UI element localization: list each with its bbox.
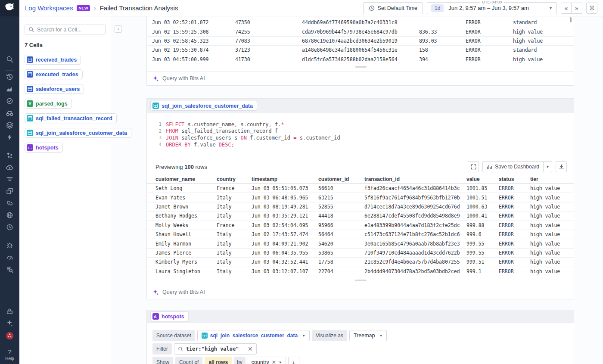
save-options-caret[interactable]: ▼	[544, 161, 552, 172]
dashboard-chart-icon	[487, 164, 492, 170]
gauge-icon[interactable]	[6, 253, 14, 261]
cell-pill-hotspots[interactable]: hotspots	[25, 143, 63, 152]
sparkle-icon[interactable]	[6, 319, 14, 327]
cell-pill-parsed_logs[interactable]: parsed_logs	[25, 99, 72, 109]
bolt-icon[interactable]	[6, 133, 14, 141]
table-cell: high value	[513, 38, 575, 44]
service-map-icon[interactable]	[6, 151, 14, 159]
database-icon[interactable]	[6, 211, 14, 219]
remove-group-by-icon[interactable]: ✕	[272, 359, 276, 364]
table-cell: 2b4ddd9407304d78a32bd5a03bdb2ced	[364, 268, 466, 274]
table-cell: 56464	[318, 231, 364, 237]
column-header-customer_name[interactable]: customer_name	[155, 176, 217, 182]
filter-input[interactable]: tier:"high value" ✕	[174, 343, 257, 355]
ci-circle-icon[interactable]	[6, 223, 14, 231]
table-cell: Shaun Howell	[155, 231, 217, 237]
column-header-customer_id[interactable]: customer_id	[318, 176, 364, 182]
cell-pill-executed_trades[interactable]: executed_trades	[25, 69, 83, 79]
metrics-icon[interactable]	[6, 85, 14, 93]
watchdog-icon[interactable]	[6, 97, 14, 105]
link-icon[interactable]	[6, 199, 14, 207]
bits-ai-strip[interactable]: Query with Bits AI	[147, 285, 574, 299]
sql-cell-title-pill[interactable]: sql_join_salesforce_customer_data	[150, 101, 257, 111]
logs-layers-icon[interactable]	[6, 121, 14, 129]
sql-code-text: JOIN salesforce_users s ON f.customer_id…	[166, 135, 340, 141]
table-cell: 710f349710cd484aaaad1d43cdd7622b	[364, 250, 466, 256]
column-header-country[interactable]: country	[217, 176, 252, 182]
source-dataset-select[interactable]: sql_join_salesforce_customer_data ▼	[197, 330, 310, 341]
sql-cell: sql_join_salesforce_customer_data 1SELEC…	[146, 98, 574, 299]
table-row: Jun 03 04:57:00.99941730d1dc5fc6a5734825…	[147, 55, 574, 64]
column-header-value[interactable]: value	[466, 176, 499, 182]
binoculars-icon[interactable]	[6, 109, 14, 117]
download-button[interactable]	[556, 161, 567, 172]
range-shortcut-badge[interactable]: 1d	[431, 4, 444, 12]
log-search-icon[interactable]	[6, 265, 14, 274]
sql-editor[interactable]: 1SELECT s.customer_name, s.country, f.*2…	[147, 121, 574, 148]
table-scrollbar[interactable]	[570, 17, 572, 22]
table-cell: 999.51	[466, 259, 499, 265]
table-row: Jun 02 19:55:30.87437123a148e86498c34af1…	[147, 46, 574, 55]
bug-icon[interactable]	[6, 241, 14, 249]
drag-handle[interactable]	[355, 66, 367, 68]
table-cell: 53865	[318, 250, 364, 256]
cell-pill-sql_failed_transaction_record[interactable]: sql_failed_transaction_record	[25, 113, 117, 123]
drag-handle[interactable]	[355, 280, 367, 281]
help-button[interactable]: ? Help	[0, 348, 19, 361]
blocks-icon[interactable]	[6, 307, 14, 315]
table-cell: 999.1	[466, 268, 499, 274]
cell-pill-salesforce_users[interactable]: salesforce_users	[25, 84, 84, 94]
table-cell: ERROR	[499, 185, 530, 191]
column-header-timestamp[interactable]: timestamp	[252, 176, 318, 182]
column-header-transaction_id[interactable]: transaction_id	[364, 176, 466, 182]
table-cell: 44ddb69a6f77469590a0b7a2c40331c8	[302, 19, 419, 25]
cell-search-input[interactable]: Search for a Cell...	[25, 25, 106, 34]
settings-button[interactable]	[586, 3, 597, 14]
table-cell: Jun 03 06:48:05.965	[252, 195, 318, 201]
time-range-text: Jun 2, 9:57 am – Jun 3, 9:57 am	[448, 5, 528, 11]
table-cell: ERROR	[499, 231, 530, 237]
save-to-dashboard-button[interactable]: Save to Dashboard	[482, 161, 544, 172]
add-group-by-button[interactable]: +	[288, 357, 299, 364]
group-by-select[interactable]: country ✕ ▼	[248, 357, 286, 364]
table-cell: ERROR	[499, 259, 530, 265]
history-icon[interactable]	[6, 73, 14, 81]
cell-pill-received_trades[interactable]: received_trades	[25, 55, 81, 65]
top-table: Jun 03 02:52:01.0724735044ddb69a6f774695…	[147, 16, 574, 64]
shift-back-button[interactable]: «	[561, 3, 572, 14]
all-rows-selector[interactable]: all rows	[205, 357, 232, 364]
apps-icon[interactable]	[6, 187, 14, 195]
bits-ai-strip[interactable]: Query with Bits AI	[147, 71, 574, 85]
org-avatar-icon[interactable]	[6, 332, 14, 340]
search-icon[interactable]	[6, 55, 14, 63]
shift-forward-button[interactable]: »	[572, 3, 582, 14]
table-preview-cell: Jun 03 02:52:01.0724735044ddb69a6f774695…	[146, 16, 574, 86]
table-cell: Jun 02 15:59:25.308	[152, 29, 235, 35]
cloud-cost-icon[interactable]	[6, 163, 14, 171]
breadcrumb-app-link[interactable]: Log Workspaces	[25, 4, 73, 12]
cell-pill-sql_join_salesforce_customer_data[interactable]: sql_join_salesforce_customer_data	[25, 128, 131, 138]
datadog-logo[interactable]	[0, 0, 19, 16]
table-cell: 68780c19e1074aa2bcd30634e2b59019	[302, 38, 419, 44]
table-cell: high value	[530, 204, 578, 210]
visualize-as-select[interactable]: Treemap ▼	[349, 330, 387, 341]
sql-cell-title: sql_join_salesforce_customer_data	[162, 103, 253, 109]
collapse-panel-button[interactable]: ‹	[115, 25, 122, 33]
column-header-status[interactable]: status	[499, 176, 530, 182]
expand-button[interactable]	[468, 161, 479, 172]
set-default-time-button[interactable]: Set Default Time	[363, 2, 423, 14]
table-cell: Jun 02 17:43:57.474	[252, 231, 318, 237]
table-cell: ERROR	[466, 29, 513, 35]
breadcrumb-separator: ›	[94, 5, 96, 12]
filter-lines-icon[interactable]	[6, 175, 14, 183]
product-sidebar: ? Help	[0, 16, 19, 364]
hotspots-title-pill[interactable]: hotspots	[150, 311, 189, 321]
table-row: Jun 02 15:59:25.30874255cda970b969b44f57…	[147, 27, 574, 36]
table-icon	[27, 56, 33, 63]
column-header-tier[interactable]: tier	[530, 176, 578, 182]
table-cell: cda970b969b44f579738e45e684c97db	[302, 29, 419, 35]
table-cell: France	[217, 185, 252, 191]
table-cell: 1000.63	[466, 204, 499, 210]
time-range-picker[interactable]: UTC-04:00 1d Jun 2, 9:57 am – Jun 3, 9:5…	[427, 2, 557, 14]
clear-filter-icon[interactable]: ✕	[248, 345, 253, 352]
